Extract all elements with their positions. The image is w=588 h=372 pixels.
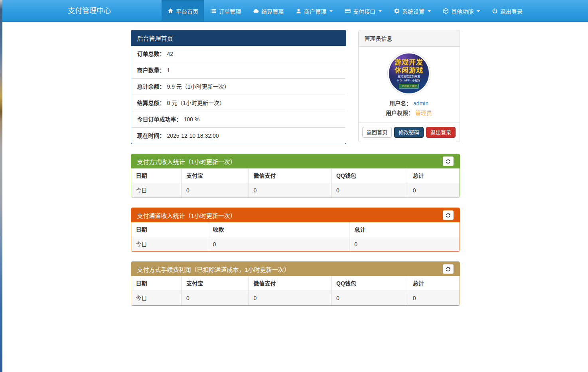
refresh-icon bbox=[446, 159, 451, 164]
panel-title: 管理员信息 bbox=[359, 30, 460, 47]
avatar-text-line2: 休闲游戏 bbox=[395, 67, 423, 74]
fee-profit-panel: 支付方式手续费利润（已扣除通道成本，1小时更新一次） 日期 支付宝 微信支付 Q… bbox=[131, 261, 460, 306]
stat-value: 42 bbox=[167, 51, 174, 57]
panel-header: 支付通道收入统计（1小时更新一次） bbox=[131, 208, 460, 222]
brand-title[interactable]: 支付管理中心 bbox=[62, 0, 117, 22]
table-row: 今日 0 0 0 0 bbox=[131, 291, 460, 306]
nav-item-settlement[interactable]: 结算管理 bbox=[247, 0, 290, 22]
table-cell: 今日 bbox=[131, 291, 182, 306]
nav-item-other-functions[interactable]: 其他功能 bbox=[437, 0, 486, 22]
role-value: 管理员 bbox=[415, 110, 432, 116]
stat-row-total-orders: 订单总数：42 bbox=[131, 46, 346, 62]
main-content: 后台管理首页 订单总数：42 商户数量：1 总计余额：9.9 元（1小时更新一次… bbox=[131, 30, 460, 306]
column-header: 微信支付 bbox=[249, 276, 331, 291]
home-icon bbox=[168, 8, 174, 14]
stat-value: 2025-12-10 18:32:00 bbox=[167, 133, 219, 139]
username-link[interactable]: admin bbox=[413, 100, 428, 107]
nav-item-logout[interactable]: 退出登录 bbox=[486, 0, 529, 22]
avatar-text-line1: 游戏开发 bbox=[395, 59, 423, 66]
table-cell: 今日 bbox=[131, 237, 208, 252]
panel-title: 后台管理首页 bbox=[131, 30, 346, 46]
role-row: 用户权限： 管理员 bbox=[363, 108, 456, 118]
admin-info-body: 游戏开发 休闲游戏 支持高端定制开发 H 5 · APP · 小程序 卓友圈 大… bbox=[359, 47, 460, 123]
payment-channel-income-panel: 支付通道收入统计（1小时更新一次） 日期 收款 总计 今日 0 0 bbox=[131, 208, 460, 252]
stat-row-success-rate: 今日订单成功率：100 % bbox=[131, 111, 346, 127]
cloud-icon bbox=[253, 8, 259, 14]
top-navbar: 支付管理中心 平台首页 订单管理 结算管理 商户管理 支付接口 系 bbox=[2, 0, 588, 22]
table-cell: 0 bbox=[249, 291, 331, 306]
refresh-button[interactable] bbox=[443, 210, 454, 220]
nav-item-label: 结算管理 bbox=[261, 7, 284, 15]
column-header: 总计 bbox=[408, 168, 459, 183]
user-icon bbox=[296, 8, 302, 14]
refresh-icon bbox=[446, 213, 451, 218]
table-cell: 0 bbox=[208, 237, 349, 252]
admin-home-panel: 后台管理首页 订单总数：42 商户数量：1 总计余额：9.9 元（1小时更新一次… bbox=[131, 30, 346, 144]
nav-item-orders[interactable]: 订单管理 bbox=[204, 0, 247, 22]
nav-menu: 平台首页 订单管理 结算管理 商户管理 支付接口 系统设置 bbox=[162, 0, 529, 22]
power-icon bbox=[492, 8, 498, 14]
nav-item-system-settings[interactable]: 系统设置 bbox=[388, 0, 437, 22]
stat-value: 1 bbox=[167, 67, 170, 73]
refresh-button[interactable] bbox=[443, 156, 454, 166]
table-cell: 0 bbox=[181, 291, 249, 306]
stat-row-settlement-total: 结算总额：0 元（1小时更新一次） bbox=[131, 95, 346, 111]
nav-item-label: 系统设置 bbox=[402, 7, 424, 15]
admin-info-panel: 管理员信息 游戏开发 休闲游戏 支持高端定制开发 H 5 · APP · 小程序… bbox=[358, 30, 460, 142]
back-home-button[interactable]: 返回首页 bbox=[362, 127, 392, 138]
table-cell: 0 bbox=[349, 237, 460, 252]
avatar-text-line3: 支持高端定制开发 bbox=[398, 75, 420, 78]
table-row: 今日 0 0 bbox=[131, 237, 460, 252]
change-password-button[interactable]: 修改密码 bbox=[394, 127, 424, 138]
table-cell: 0 bbox=[331, 183, 408, 198]
column-header: 日期 bbox=[131, 222, 208, 237]
stat-value: 100 % bbox=[184, 116, 200, 123]
nav-item-platform-home[interactable]: 平台首页 bbox=[162, 0, 204, 22]
username-row: 用户名： admin bbox=[363, 99, 456, 108]
stat-label: 商户数量： bbox=[137, 67, 165, 73]
panel-title: 支付通道收入统计（1小时更新一次） bbox=[137, 211, 236, 220]
admin-info-footer: 返回首页 修改密码 退出登录 bbox=[359, 123, 460, 142]
logout-button[interactable]: 退出登录 bbox=[426, 127, 456, 138]
nav-item-label: 商户管理 bbox=[304, 7, 326, 15]
panel-title: 支付方式手续费利润（已扣除通道成本，1小时更新一次） bbox=[137, 265, 290, 273]
table-row: 今日 0 0 0 0 bbox=[131, 183, 460, 198]
table-cell: 今日 bbox=[131, 183, 182, 198]
refresh-button[interactable] bbox=[443, 264, 454, 274]
table-cell: 0 bbox=[249, 183, 331, 198]
table-header-row: 日期 收款 总计 bbox=[131, 222, 460, 237]
refresh-icon bbox=[446, 267, 451, 272]
role-label: 用户权限： bbox=[386, 110, 414, 116]
column-header: 日期 bbox=[131, 276, 182, 291]
nav-item-label: 订单管理 bbox=[219, 7, 241, 15]
column-header: QQ钱包 bbox=[331, 168, 408, 183]
nav-item-payment-api[interactable]: 支付接口 bbox=[339, 0, 388, 22]
gear-icon bbox=[394, 8, 400, 14]
stat-value: 0 元（1小时更新一次） bbox=[167, 100, 225, 106]
column-header: 总计 bbox=[349, 222, 460, 237]
column-header: 微信支付 bbox=[249, 168, 331, 183]
avatar-badge: 卓友圈 大联盟 bbox=[399, 84, 419, 89]
nav-item-merchants[interactable]: 商户管理 bbox=[290, 0, 339, 22]
table-cell: 0 bbox=[181, 183, 249, 198]
column-header: 收款 bbox=[208, 222, 349, 237]
chevron-down-icon bbox=[379, 10, 382, 12]
stat-label: 结算总额： bbox=[137, 100, 165, 106]
column-header: 支付宝 bbox=[181, 276, 249, 291]
stat-label: 现在时间： bbox=[137, 133, 165, 139]
column-header: 日期 bbox=[131, 168, 182, 183]
avatar: 游戏开发 休闲游戏 支持高端定制开发 H 5 · APP · 小程序 卓友圈 大… bbox=[388, 52, 430, 95]
cube-icon bbox=[443, 8, 449, 14]
stat-row-total-balance: 总计余额：9.9 元（1小时更新一次） bbox=[131, 78, 346, 95]
stat-label: 订单总数： bbox=[137, 51, 165, 57]
panel-title: 支付方式收入统计（1小时更新一次） bbox=[137, 157, 236, 166]
navbar-container: 支付管理中心 平台首页 订单管理 结算管理 商户管理 支付接口 系 bbox=[62, 0, 529, 22]
username-label: 用户名： bbox=[389, 100, 412, 107]
top-row: 后台管理首页 订单总数：42 商户数量：1 总计余额：9.9 元（1小时更新一次… bbox=[131, 30, 460, 144]
nav-item-label: 平台首页 bbox=[176, 7, 198, 15]
stat-label: 总计余额： bbox=[137, 83, 165, 90]
table-cell: 0 bbox=[331, 291, 408, 306]
stat-value: 9.9 元（1小时更新一次） bbox=[167, 83, 230, 90]
column-header: 总计 bbox=[408, 276, 459, 291]
nav-item-label: 支付接口 bbox=[353, 7, 375, 15]
